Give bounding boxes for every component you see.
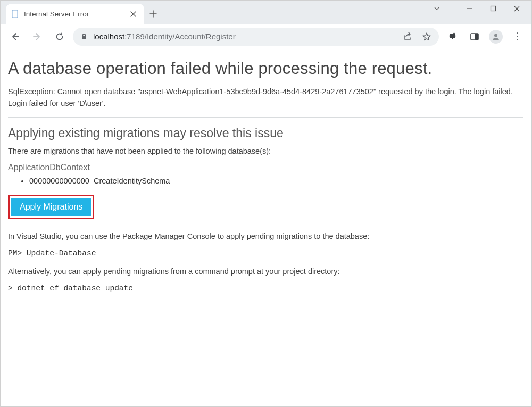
share-icon[interactable] [401, 30, 414, 44]
toolbar-actions [443, 30, 526, 44]
profile-avatar[interactable] [489, 30, 503, 44]
lock-icon [80, 33, 88, 40]
chevron-down-icon[interactable] [433, 4, 441, 13]
window-titlebar: Internal Server Error [1, 1, 531, 24]
tab-title: Internal Server Error [24, 10, 124, 18]
back-button[interactable] [6, 28, 24, 46]
window-controls [423, 1, 530, 16]
cli-command: > dotnet ef database update [8, 284, 133, 293]
new-tab-button[interactable] [144, 4, 162, 24]
error-heading: A database operation failed while proces… [8, 59, 523, 78]
db-context-name: ApplicationDbContext [8, 163, 523, 172]
svg-rect-4 [491, 6, 496, 11]
browser-tab[interactable]: Internal Server Error [6, 4, 144, 24]
minimize-button[interactable] [466, 4, 474, 13]
maximize-button[interactable] [489, 4, 497, 13]
svg-rect-2 [13, 13, 16, 13]
svg-rect-7 [475, 34, 478, 40]
migrations-heading: Applying existing migrations may resolve… [8, 126, 523, 140]
exception-message: SqlException: Cannot open database "aspn… [8, 86, 523, 110]
migration-list: 00000000000000_CreateIdentitySchema [29, 177, 523, 185]
reload-button[interactable] [51, 28, 69, 46]
migration-item: 00000000000000_CreateIdentitySchema [29, 177, 523, 185]
divider [8, 117, 523, 118]
apply-migrations-highlight: Apply Migrations [8, 195, 94, 219]
address-bar[interactable]: localhost:7189/Identity/Account/Register [73, 28, 439, 46]
tab-close-button[interactable] [128, 9, 138, 19]
page-favicon-icon [11, 10, 20, 18]
migrations-intro: There are migrations that have not been … [8, 147, 523, 155]
visual-studio-hint: In Visual Studio, you can use the Packag… [8, 232, 523, 240]
pm-command: PM> Update-Database [8, 249, 96, 258]
close-window-button[interactable] [512, 4, 521, 13]
extensions-icon[interactable] [446, 30, 460, 44]
svg-rect-3 [13, 14, 16, 14]
browser-toolbar: localhost:7189/Identity/Account/Register [1, 24, 531, 49]
url-host: localhost [93, 32, 124, 41]
svg-rect-1 [13, 12, 16, 12]
url-path: :7189/Identity/Account/Register [124, 32, 235, 41]
menu-button[interactable] [510, 30, 524, 44]
svg-point-8 [494, 34, 497, 37]
apply-migrations-button[interactable]: Apply Migrations [11, 198, 91, 216]
cli-hint: Alternatively, you can apply pending mig… [8, 267, 523, 276]
url-text: localhost:7189/Identity/Account/Register [93, 32, 236, 41]
bookmark-star-icon[interactable] [420, 30, 434, 44]
svg-rect-5 [82, 36, 86, 39]
page-content: A database operation failed while proces… [1, 49, 531, 315]
side-panel-icon[interactable] [468, 30, 481, 44]
forward-button[interactable] [28, 28, 46, 46]
